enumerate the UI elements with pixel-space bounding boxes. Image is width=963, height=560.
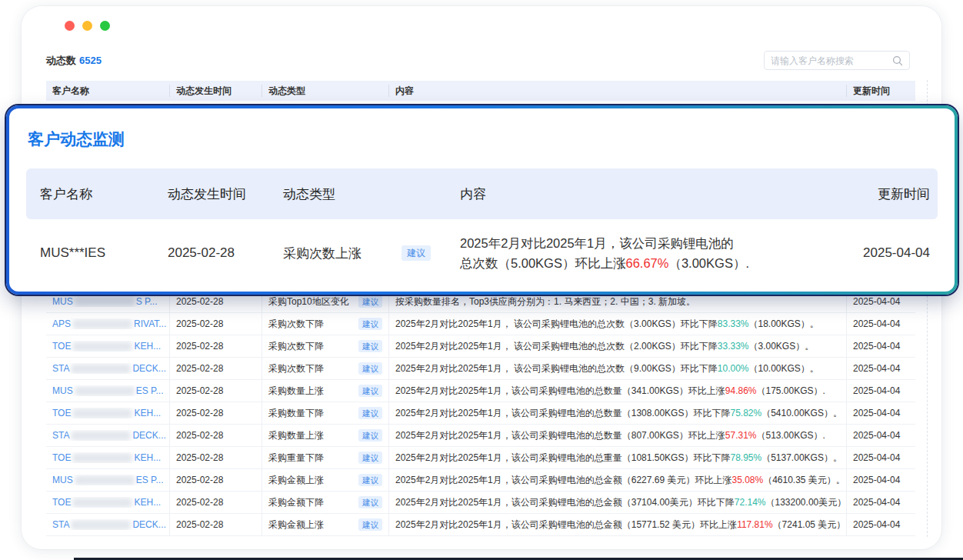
event-date: 2025-02-28 — [169, 469, 262, 491]
suggestion-badge: 建议 — [358, 362, 382, 375]
table-row: MUSES P... 2025-02-28 采购金额上涨 建议 2025年2月对… — [46, 469, 915, 492]
customer-name[interactable]: MUS***IES — [26, 245, 157, 261]
customer-search — [764, 51, 910, 70]
dynamics-count-label: 动态数 — [46, 55, 76, 66]
event-type: 采购数量下降 — [268, 407, 324, 420]
minimize-button[interactable] — [82, 21, 92, 31]
redacted-name-blur — [72, 319, 132, 329]
table-row: STADECK... 2025-02-28 采购金额上涨 建议 2025年2月对… — [46, 514, 915, 536]
overlay-table-header: 客户名称 动态发生时间 动态类型 内容 更新时间 — [26, 168, 938, 219]
screenshot-stage: 动态数6525 客户名称 动态发生时间 动态类型 内容 更新时间 MUSS P.… — [0, 0, 963, 560]
event-type-cell: 采购数量下降 建议 — [262, 402, 388, 424]
redacted-name-blur — [71, 364, 131, 374]
customer-name-link[interactable]: APSRIVAT... — [52, 318, 166, 329]
event-date: 2025-02-28 — [169, 335, 262, 357]
redacted-name-blur — [72, 498, 132, 508]
customer-name-link[interactable]: TOEKEH... — [52, 408, 161, 418]
suggestion-badge: 建议 — [358, 452, 382, 465]
suggestion-badge: 建议 — [402, 245, 431, 261]
percent-highlight: 66.67% — [625, 256, 668, 270]
col-event-time: 动态发生时间 — [157, 185, 272, 203]
suggestion-badge: 建议 — [358, 407, 382, 420]
event-date: 2025-02-28 — [169, 313, 262, 335]
customer-name-link[interactable]: STADECK... — [52, 519, 166, 530]
event-content: 2025年2月对比2025年1月，该公司采购锂电池的总数量（1308.00KGS… — [388, 402, 846, 424]
update-date: 2025-04-04 — [846, 313, 915, 335]
col-event-type: 动态类型 — [272, 185, 449, 203]
search-input[interactable] — [771, 55, 892, 66]
event-type: 采购金额上涨 — [268, 518, 324, 532]
customer-name-link[interactable]: MUSES P... — [52, 385, 163, 396]
col-customer-name: 客户名称 — [26, 185, 157, 203]
customer-name-link[interactable]: TOEKEH... — [52, 341, 161, 352]
content-line-1: 2025年2月对比2025年1月，该公司采购锂电池的 — [460, 233, 845, 253]
event-type: 采购数量上涨 — [268, 385, 324, 398]
zoom-button[interactable] — [100, 21, 110, 31]
table-row: APSRIVAT... 2025-02-28 采购次数下降 建议 2025年2月… — [46, 313, 915, 335]
event-date: 2025-02-28 — [157, 245, 272, 261]
table-header: 客户名称 动态发生时间 动态类型 内容 更新时间 — [46, 81, 915, 101]
suggestion-badge: 建议 — [358, 318, 382, 331]
update-date: 2025-04-04 — [846, 514, 915, 535]
event-content: 2025年2月对比2025年1月， 该公司采购锂电池的总次数（3.00KGS）环… — [388, 313, 846, 335]
event-type-cell: 采购次数下降 建议 — [262, 358, 388, 379]
event-content: 2025年2月对比2025年1月，该公司采购锂电池的总金额（37104.00美元… — [388, 492, 846, 513]
update-date: 2025-04-04 — [846, 402, 915, 424]
customer-name-link[interactable]: TOEKEH... — [52, 497, 161, 508]
col-content: 内容 — [388, 85, 846, 97]
event-type-cell: 采购数量上涨 建议 — [262, 380, 388, 402]
close-button[interactable] — [65, 21, 75, 31]
customer-name-link[interactable]: STADECK... — [52, 430, 166, 441]
event-content: 2025年2月对比2025年1月，该公司采购锂电池的总重量（1081.50KGS… — [388, 447, 846, 468]
customer-name-link[interactable]: MUSES P... — [52, 475, 163, 485]
update-date: 2025-04-04 — [846, 380, 915, 402]
event-type: 采购重量下降 — [268, 452, 324, 465]
event-date: 2025-02-28 — [169, 358, 262, 379]
customer-name-link[interactable]: STADECK... — [52, 363, 166, 374]
table-row: STADECK... 2025-02-28 采购数量上涨 建议 2025年2月对… — [46, 425, 915, 447]
redacted-name-blur — [75, 386, 135, 396]
customer-name-link[interactable]: TOEKEH... — [52, 452, 161, 463]
col-update-time: 更新时间 — [846, 85, 915, 97]
suggestion-badge: 建议 — [358, 518, 382, 532]
update-date: 2025-04-04 — [846, 469, 915, 491]
customer-name-link[interactable]: MUSS P... — [52, 296, 157, 307]
table-body: MUSS P... 2025-02-28 采购Top10地区变化 建议 按采购数… — [46, 291, 915, 536]
event-date: 2025-02-28 — [169, 492, 262, 513]
event-type-cell: 采购数量上涨 建议 — [262, 425, 388, 446]
event-type: 采购Top10地区变化 — [268, 295, 349, 308]
redacted-name-blur — [72, 408, 132, 418]
table-row: TOEKEH... 2025-02-28 采购数量下降 建议 2025年2月对比… — [46, 402, 915, 425]
event-type-cell: 采购次数下降 建议 — [262, 313, 388, 335]
event-content: 2025年2月对比2025年1月，该公司采购锂电池的总金额（6227.69 美元… — [388, 469, 846, 491]
suggestion-badge: 建议 — [358, 474, 382, 487]
suggestion-badge: 建议 — [358, 496, 382, 509]
col-content: 内容 — [449, 185, 845, 203]
overlay-table-row: MUS***IES 2025-02-28 采购次数上涨 建议 2025年2月对比… — [26, 219, 938, 287]
event-content: 2025年2月对比2025年1月， 该公司采购锂电池的总次数（2.00KGS）环… — [388, 335, 846, 357]
event-type-cell: 采购重量下降 建议 — [262, 447, 388, 468]
col-customer-name: 客户名称 — [46, 85, 169, 97]
suggestion-badge: 建议 — [358, 295, 382, 308]
event-content: 2025年2月对比2025年1月，该公司采购锂电池的 总次数（5.00KGS）环… — [449, 233, 845, 273]
event-date: 2025-02-28 — [169, 447, 262, 468]
redacted-name-blur — [75, 475, 135, 485]
event-content: 2025年2月对比2025年1月，该公司采购锂电池的总数量（807.00KGS）… — [388, 425, 846, 446]
table-row: TOEKEH... 2025-02-28 采购重量下降 建议 2025年2月对比… — [46, 447, 915, 469]
suggestion-badge: 建议 — [358, 340, 382, 353]
update-date: 2025-04-04 — [845, 245, 938, 261]
dynamics-count: 动态数6525 — [46, 54, 102, 68]
dynamics-count-value: 6525 — [79, 55, 102, 66]
event-type: 采购次数下降 — [268, 362, 324, 375]
event-content: 2025年2月对比2025年1月，该公司采购锂电池的总数量（341.00KGS）… — [388, 380, 846, 402]
event-date: 2025-02-28 — [169, 380, 262, 402]
event-type-cell: 采购次数下降 建议 — [262, 335, 388, 357]
window-controls — [65, 21, 110, 31]
table-row: TOEKEH... 2025-02-28 采购金额下降 建议 2025年2月对比… — [46, 492, 915, 514]
event-type-cell: 采购金额下降 建议 — [262, 492, 388, 513]
redacted-name-blur — [75, 297, 135, 307]
event-content: 2025年2月对比2025年1月， 该公司采购锂电池的总次数（9.00KGS）环… — [388, 358, 846, 379]
search-icon[interactable] — [892, 55, 903, 66]
magnifier-card-inner: 客户动态监测 客户名称 动态发生时间 动态类型 内容 更新时间 MUS***IE… — [9, 108, 955, 292]
event-type: 采购金额下降 — [268, 496, 324, 509]
